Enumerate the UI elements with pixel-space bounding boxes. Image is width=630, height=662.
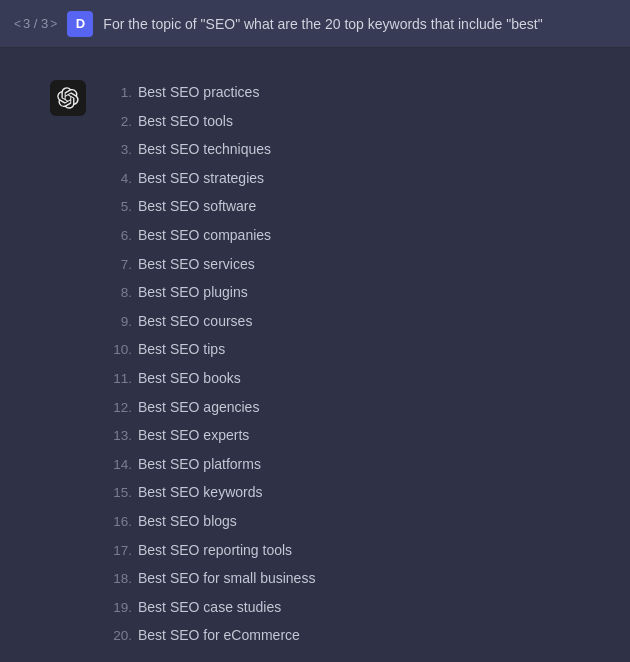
item-number: 2.	[102, 111, 132, 133]
list-item: 11.Best SEO books	[102, 364, 315, 393]
nav-count: 3 / 3	[23, 16, 48, 31]
item-number: 14.	[102, 454, 132, 476]
item-number: 18.	[102, 568, 132, 590]
item-text: Best SEO platforms	[138, 453, 261, 475]
item-text: Best SEO tips	[138, 338, 225, 360]
item-text: Best SEO blogs	[138, 510, 237, 532]
list-item: 1.Best SEO practices	[102, 78, 315, 107]
list-item: 9.Best SEO courses	[102, 307, 315, 336]
main-content: 1.Best SEO practices2.Best SEO tools3.Be…	[0, 48, 630, 662]
list-item: 4.Best SEO strategies	[102, 164, 315, 193]
item-number: 17.	[102, 540, 132, 562]
item-text: Best SEO experts	[138, 424, 249, 446]
list-item: 8.Best SEO plugins	[102, 278, 315, 307]
list-item: 2.Best SEO tools	[102, 107, 315, 136]
openai-icon	[57, 87, 79, 109]
item-number: 13.	[102, 425, 132, 447]
list-item: 13.Best SEO experts	[102, 421, 315, 450]
list-item: 3.Best SEO techniques	[102, 135, 315, 164]
item-text: Best SEO services	[138, 253, 255, 275]
item-number: 9.	[102, 311, 132, 333]
item-text: Best SEO practices	[138, 81, 259, 103]
item-number: 7.	[102, 254, 132, 276]
item-text: Best SEO tools	[138, 110, 233, 132]
list-item: 7.Best SEO services	[102, 250, 315, 279]
list-item: 14.Best SEO platforms	[102, 450, 315, 479]
item-text: Best SEO agencies	[138, 396, 259, 418]
item-number: 3.	[102, 139, 132, 161]
item-text: Best SEO software	[138, 195, 256, 217]
list-item: 15.Best SEO keywords	[102, 478, 315, 507]
item-text: Best SEO books	[138, 367, 241, 389]
item-number: 8.	[102, 282, 132, 304]
item-number: 15.	[102, 482, 132, 504]
nav-next-arrow[interactable]: >	[50, 17, 57, 31]
item-number: 6.	[102, 225, 132, 247]
item-text: Best SEO techniques	[138, 138, 271, 160]
header-bar: < 3 / 3 > D For the topic of "SEO" what …	[0, 0, 630, 48]
item-number: 20.	[102, 625, 132, 647]
item-number: 10.	[102, 339, 132, 361]
item-text: Best SEO for eCommerce	[138, 624, 300, 646]
user-avatar: D	[67, 11, 93, 37]
list-item: 16.Best SEO blogs	[102, 507, 315, 536]
item-text: Best SEO plugins	[138, 281, 248, 303]
list-item: 18.Best SEO for small business	[102, 564, 315, 593]
nav-arrows[interactable]: < 3 / 3 >	[14, 16, 57, 31]
list-item: 6.Best SEO companies	[102, 221, 315, 250]
message-block: 1.Best SEO practices2.Best SEO tools3.Be…	[50, 78, 600, 650]
item-number: 16.	[102, 511, 132, 533]
item-text: Best SEO strategies	[138, 167, 264, 189]
bot-avatar	[50, 80, 86, 116]
item-number: 11.	[102, 368, 132, 390]
item-number: 1.	[102, 82, 132, 104]
nav-prev-arrow[interactable]: <	[14, 17, 21, 31]
header-title: For the topic of "SEO" what are the 20 t…	[103, 16, 542, 32]
item-text: Best SEO companies	[138, 224, 271, 246]
list-item: 12.Best SEO agencies	[102, 393, 315, 422]
keyword-list: 1.Best SEO practices2.Best SEO tools3.Be…	[102, 78, 315, 650]
list-item: 5.Best SEO software	[102, 192, 315, 221]
list-item: 17.Best SEO reporting tools	[102, 536, 315, 565]
item-text: Best SEO for small business	[138, 567, 315, 589]
list-item: 19.Best SEO case studies	[102, 593, 315, 622]
item-number: 5.	[102, 196, 132, 218]
item-number: 19.	[102, 597, 132, 619]
item-number: 4.	[102, 168, 132, 190]
item-text: Best SEO case studies	[138, 596, 281, 618]
list-item: 20.Best SEO for eCommerce	[102, 621, 315, 650]
list-item: 10.Best SEO tips	[102, 335, 315, 364]
item-text: Best SEO reporting tools	[138, 539, 292, 561]
item-text: Best SEO keywords	[138, 481, 263, 503]
item-text: Best SEO courses	[138, 310, 252, 332]
item-number: 12.	[102, 397, 132, 419]
